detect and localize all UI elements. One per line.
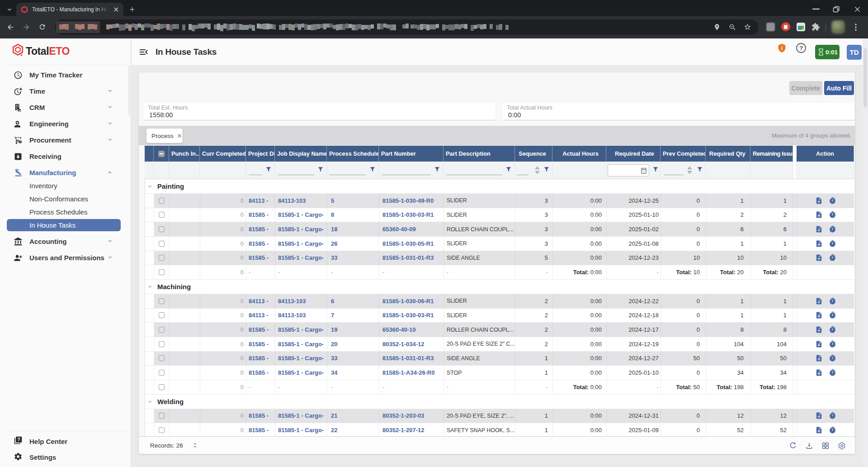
svg-text:?: ? (799, 45, 803, 52)
svg-text:7: 7 (643, 171, 645, 173)
svg-text:?: ? (18, 437, 20, 442)
